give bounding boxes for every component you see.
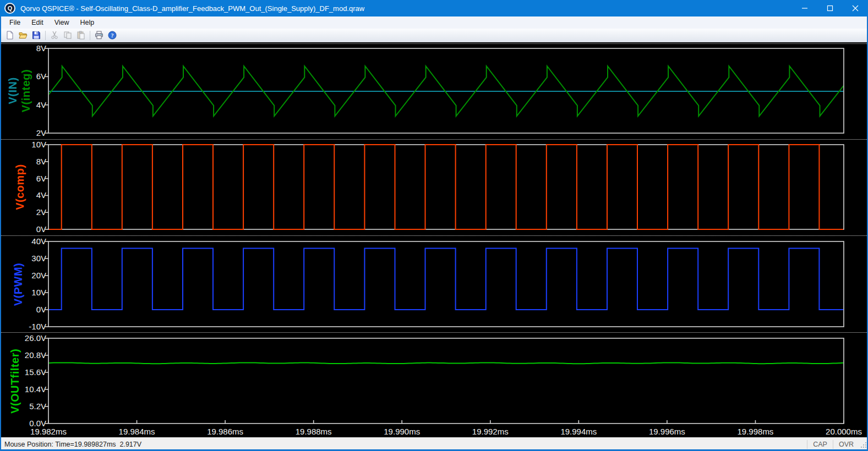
y-tick-label: 10.4V bbox=[0, 385, 46, 394]
y-tick-label: 30V bbox=[0, 254, 46, 263]
svg-text:?: ? bbox=[111, 32, 114, 38]
new-document-button[interactable] bbox=[3, 29, 17, 41]
pane-3-frame bbox=[48, 241, 844, 327]
minimize-icon bbox=[801, 5, 808, 12]
trace-label-v-outfilter-[interactable]: V(OUTfilter) bbox=[10, 348, 19, 413]
cut-button[interactable] bbox=[48, 29, 61, 41]
save-icon bbox=[32, 31, 41, 40]
help-button[interactable]: ? bbox=[106, 29, 119, 41]
maximize-button[interactable] bbox=[817, 0, 843, 16]
resize-grip-icon bbox=[860, 441, 867, 448]
save-button[interactable] bbox=[30, 29, 43, 41]
trace-label-v-comp-[interactable]: V(comp) bbox=[15, 164, 24, 210]
x-tick-label: 19.996ms bbox=[637, 427, 697, 436]
menu-help[interactable]: Help bbox=[75, 18, 100, 28]
close-icon bbox=[852, 5, 859, 12]
y-tick-label: 10V bbox=[0, 140, 46, 149]
open-folder-icon bbox=[19, 31, 28, 40]
pane-separator[interactable] bbox=[0, 43, 868, 44]
help-icon: ? bbox=[108, 31, 117, 40]
toolbar: ? bbox=[0, 29, 868, 42]
menubar: File Edit View Help bbox=[0, 16, 868, 29]
x-tick-label: 19.984ms bbox=[107, 427, 167, 436]
minimize-button[interactable] bbox=[792, 0, 817, 16]
trace-label-v-integ-[interactable]: V(integ) bbox=[21, 69, 30, 112]
x-tick-label: 19.994ms bbox=[548, 427, 609, 436]
y-tick-label: 26.0V bbox=[0, 334, 46, 343]
window-controls bbox=[792, 0, 868, 16]
y-tick-label: 5.2V bbox=[0, 402, 46, 411]
y-tick-label: 40V bbox=[0, 237, 46, 246]
x-tick-label: 19.992ms bbox=[460, 427, 521, 436]
copy-button[interactable] bbox=[61, 29, 74, 41]
new-document-icon bbox=[6, 31, 14, 40]
pane-separator[interactable] bbox=[0, 139, 868, 140]
waveform-plot-area[interactable]: 8V6V4V2VV(IN)V(integ)10V8V6V4V2V0VV(comp… bbox=[0, 42, 868, 437]
qspice-window: Q Qorvo QSPICE® - Self-Oscillating_Class… bbox=[0, 0, 868, 451]
window-title: Qorvo QSPICE® - Self-Oscillating_Class-D… bbox=[20, 4, 792, 13]
trace-label-v-pwm-[interactable]: V(PWM) bbox=[14, 262, 23, 306]
close-button[interactable] bbox=[843, 0, 868, 16]
trace-label-v-in-[interactable]: V(IN) bbox=[8, 77, 17, 104]
trace-v-comp- bbox=[0, 145, 868, 229]
trace-v-outfilter- bbox=[48, 362, 844, 364]
y-tick-label: -10V bbox=[0, 322, 46, 331]
y-tick-label: 2V bbox=[0, 129, 46, 138]
y-tick-label: 0V bbox=[0, 225, 46, 234]
toolbar-separator bbox=[90, 31, 90, 40]
y-tick-label: 0V bbox=[0, 305, 46, 314]
overwrite-indicator: OVR bbox=[833, 441, 859, 448]
open-button[interactable] bbox=[17, 29, 30, 41]
x-tick-label: 19.982ms bbox=[18, 427, 79, 436]
caps-lock-indicator: CAP bbox=[807, 441, 833, 448]
y-tick-label: 15.6V bbox=[0, 368, 46, 377]
y-tick-label: 8V bbox=[0, 44, 46, 53]
pane-4-frame bbox=[48, 338, 844, 424]
trace-v-pwm- bbox=[0, 248, 868, 310]
menu-edit[interactable]: Edit bbox=[26, 18, 49, 28]
pane-2-frame bbox=[48, 145, 844, 229]
x-tick-label: 19.986ms bbox=[195, 427, 255, 436]
qspice-app-icon: Q bbox=[4, 3, 15, 14]
menu-file[interactable]: File bbox=[4, 18, 26, 28]
paste-icon bbox=[77, 31, 85, 40]
app-icon-letter: Q bbox=[8, 5, 13, 12]
print-button[interactable] bbox=[92, 29, 106, 41]
copy-icon bbox=[63, 31, 72, 40]
x-tick-label: 19.988ms bbox=[283, 427, 344, 436]
x-tick-label: 19.998ms bbox=[725, 427, 785, 436]
menu-view[interactable]: View bbox=[49, 18, 75, 28]
pane-separator[interactable] bbox=[0, 332, 868, 333]
waveform-svg bbox=[0, 42, 868, 437]
x-tick-label: 19.990ms bbox=[372, 427, 432, 436]
maximize-icon bbox=[827, 5, 833, 12]
window-border-left bbox=[0, 16, 1, 450]
pane-separator[interactable] bbox=[0, 235, 868, 236]
y-tick-label: 20.8V bbox=[0, 351, 46, 360]
cut-icon bbox=[50, 31, 59, 40]
mouse-position-text: Mouse Position: Time=19.989827ms 2.917V bbox=[4, 441, 141, 448]
x-tick-label: 20.000ms bbox=[814, 427, 868, 436]
toolbar-separator bbox=[45, 31, 46, 40]
paste-button[interactable] bbox=[74, 29, 88, 41]
titlebar: Q Qorvo QSPICE® - Self-Oscillating_Class… bbox=[0, 0, 868, 16]
print-icon bbox=[95, 31, 103, 40]
